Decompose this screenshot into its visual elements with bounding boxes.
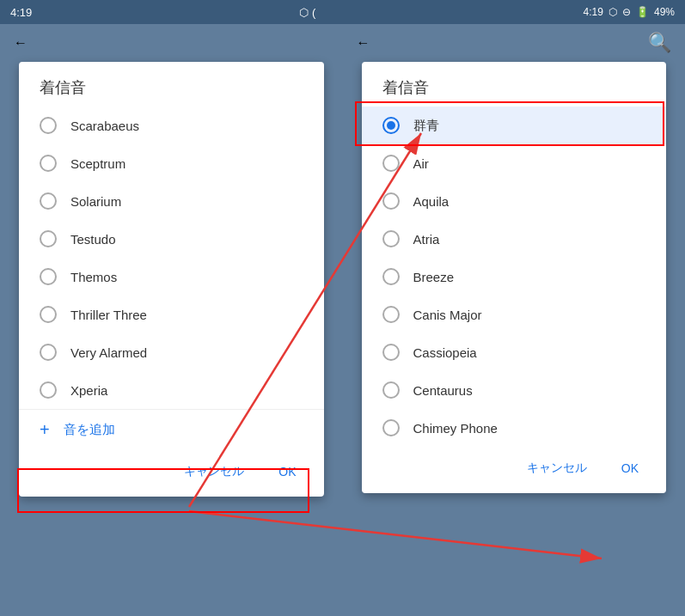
- right-panel: ← 🔍 着信音 群青 Air Aquila Atria Breeze C: [343, 24, 686, 616]
- radio-button[interactable]: [382, 344, 400, 361]
- left-bottom-bar: [0, 585, 343, 616]
- right-dialog: 着信音 群青 Air Aquila Atria Breeze Canis Maj…: [362, 62, 667, 493]
- search-icon[interactable]: 🔍: [648, 32, 671, 54]
- item-label: Themos: [70, 270, 117, 284]
- item-label: Aquila: [413, 194, 450, 209]
- radio-button[interactable]: [382, 419, 400, 436]
- radio-button[interactable]: [40, 381, 57, 399]
- status-right: 4:19 ⬡ ⊖ 🔋 49%: [584, 6, 675, 18]
- radio-button[interactable]: [382, 192, 400, 210]
- radio-button[interactable]: [382, 268, 400, 285]
- list-item[interactable]: Breeze: [362, 258, 667, 296]
- status-left: 4:19: [10, 6, 32, 19]
- right-cancel-button[interactable]: キャンセル: [513, 454, 601, 483]
- item-label: Air: [413, 156, 429, 171]
- left-cancel-button[interactable]: キャンセル: [170, 457, 258, 486]
- battery-percent: 49%: [654, 6, 675, 18]
- add-sound-label: 音を追加: [64, 422, 115, 438]
- radio-button[interactable]: [382, 155, 400, 172]
- radio-button[interactable]: [40, 230, 57, 247]
- radio-button[interactable]: [382, 381, 400, 399]
- item-label: Testudo: [70, 232, 116, 247]
- item-label: Scarabaeus: [70, 119, 139, 133]
- left-dialog: 着信音 Scarabaeus Sceptrum Solarium Testudo…: [19, 62, 324, 497]
- left-dialog-buttons: キャンセル OK: [19, 450, 324, 497]
- radio-button[interactable]: [382, 117, 400, 134]
- list-item[interactable]: Thriller Three: [19, 296, 324, 333]
- list-item[interactable]: Aquila: [362, 182, 667, 220]
- radio-button[interactable]: [40, 192, 57, 210]
- radio-button[interactable]: [382, 306, 400, 323]
- minus-icon: ⊖: [622, 6, 631, 18]
- right-dialog-buttons: キャンセル OK: [362, 447, 667, 493]
- time-right: 4:19: [584, 6, 603, 18]
- left-dialog-title: 着信音: [19, 62, 324, 107]
- item-label: Cassiopeia: [413, 345, 477, 360]
- list-item[interactable]: Chimey Phone: [362, 409, 667, 447]
- item-label: Sceptrum: [70, 156, 125, 171]
- radio-button[interactable]: [40, 155, 57, 172]
- left-top-bar: ←: [0, 24, 343, 62]
- nfc-icon2: ⬡: [609, 6, 617, 18]
- left-dialog-list: Scarabaeus Sceptrum Solarium Testudo The…: [19, 107, 324, 409]
- item-label: Xperia: [70, 383, 107, 398]
- right-back-arrow[interactable]: ←: [357, 35, 370, 51]
- right-bottom-bar: [343, 585, 686, 616]
- item-label: Chimey Phone: [413, 421, 498, 436]
- nfc-icon: ⬡ (: [299, 6, 315, 19]
- radio-button[interactable]: [40, 306, 57, 323]
- item-label: 群青: [413, 118, 439, 134]
- radio-button[interactable]: [40, 344, 57, 361]
- list-item[interactable]: Very Alarmed: [19, 333, 324, 371]
- list-item[interactable]: Air: [362, 144, 667, 182]
- list-item[interactable]: Centaurus: [362, 371, 667, 409]
- list-item[interactable]: Cassiopeia: [362, 333, 667, 371]
- list-item[interactable]: Atria: [362, 220, 667, 258]
- right-dialog-title: 着信音: [362, 62, 667, 107]
- radio-button[interactable]: [40, 268, 57, 285]
- left-dialog-wrapper: 着信音 Scarabaeus Sceptrum Solarium Testudo…: [0, 62, 343, 585]
- right-ok-button[interactable]: OK: [608, 454, 652, 483]
- time-left: 4:19: [10, 6, 32, 19]
- radio-button[interactable]: [382, 230, 400, 247]
- item-label: Very Alarmed: [70, 345, 147, 360]
- left-ok-button[interactable]: OK: [265, 457, 309, 486]
- radio-button[interactable]: [40, 117, 57, 134]
- list-item[interactable]: Themos: [19, 258, 324, 296]
- list-item[interactable]: 群青: [362, 107, 667, 144]
- right-dialog-wrapper: 着信音 群青 Air Aquila Atria Breeze Canis Maj…: [343, 62, 686, 585]
- main-area: ← 着信音 Scarabaeus Sceptrum Solarium Testu…: [0, 24, 685, 616]
- list-item[interactable]: Testudo: [19, 220, 324, 258]
- right-top-bar: ← 🔍: [343, 24, 686, 62]
- list-item[interactable]: Xperia: [19, 371, 324, 409]
- item-label: Breeze: [413, 270, 455, 284]
- list-item[interactable]: Solarium: [19, 182, 324, 220]
- item-label: Solarium: [70, 194, 121, 209]
- item-label: Thriller Three: [70, 308, 147, 322]
- item-label: Centaurus: [413, 383, 473, 398]
- item-label: Canis Major: [413, 308, 482, 322]
- list-item[interactable]: Scarabaeus: [19, 107, 324, 144]
- list-item[interactable]: Canis Major: [362, 296, 667, 333]
- left-panel: ← 着信音 Scarabaeus Sceptrum Solarium Testu…: [0, 24, 343, 616]
- status-bar: 4:19 ⬡ ( 4:19 ⬡ ⊖ 🔋 49%: [0, 0, 685, 24]
- item-label: Atria: [413, 232, 440, 247]
- battery-icon: 🔋: [636, 6, 649, 18]
- right-dialog-list: 群青 Air Aquila Atria Breeze Canis Major C…: [362, 107, 667, 447]
- list-item[interactable]: Sceptrum: [19, 144, 324, 182]
- add-sound-item[interactable]: + 音を追加: [19, 409, 324, 450]
- add-icon: +: [40, 420, 50, 440]
- left-back-arrow[interactable]: ←: [14, 35, 28, 51]
